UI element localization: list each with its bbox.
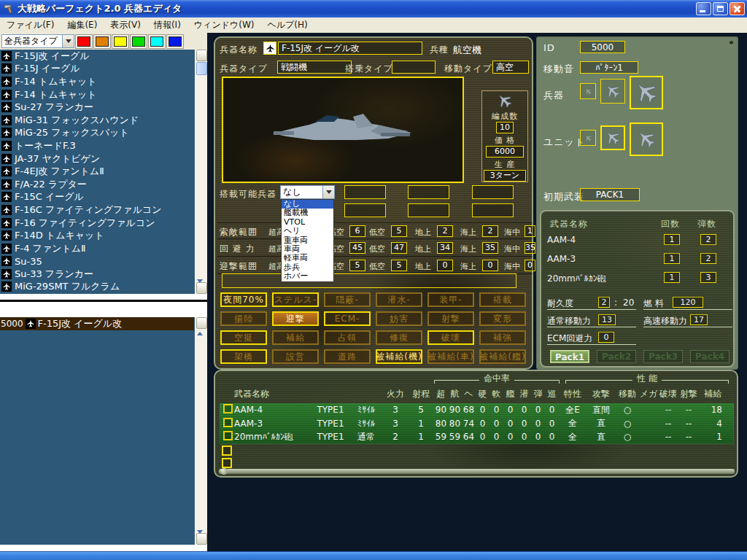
- normal-move-field[interactable]: 13: [598, 314, 616, 325]
- ammo-field[interactable]: 3: [700, 272, 716, 283]
- color-swatch-blue[interactable]: [166, 34, 184, 49]
- pack3-button[interactable]: Pack3: [643, 350, 683, 363]
- range-value-field[interactable]: 34: [437, 242, 453, 254]
- load-slot-6[interactable]: [472, 203, 514, 217]
- menu-item-help[interactable]: ヘルプ(H): [260, 18, 314, 33]
- ability-reinforce[interactable]: 補強: [479, 330, 526, 345]
- unit-list-item[interactable]: F-14 トムキャット: [0, 88, 194, 101]
- scroll-up-button[interactable]: [196, 50, 207, 61]
- dropdown-option[interactable]: 歩兵: [282, 263, 333, 272]
- range-value-field[interactable]: 35: [482, 242, 498, 254]
- ammo-field[interactable]: 2: [700, 253, 716, 264]
- dropdown-option[interactable]: ヘリ: [282, 227, 333, 236]
- close-button[interactable]: [729, 2, 745, 15]
- weapon-table-row[interactable]: 20mmﾊﾞﾙｶﾝ砲 TYPE1 通常 2 1 595964000000 全 直…: [220, 430, 734, 444]
- range-value-field[interactable]: 5: [349, 260, 365, 271]
- unit-icon-large[interactable]: [630, 122, 663, 156]
- unit-list-item[interactable]: F-4EJ改 ファントムⅡ: [0, 165, 194, 178]
- color-swatch-red[interactable]: [75, 34, 93, 49]
- unit-list-item[interactable]: F-16 ファイティングファルコン: [0, 217, 194, 230]
- unit-list-item[interactable]: F/A-22 ラプター: [0, 178, 194, 191]
- ability-armor[interactable]: 装甲-: [427, 292, 474, 307]
- menu-item-view[interactable]: 表示(V): [104, 18, 147, 33]
- scroll-down-button[interactable]: [196, 282, 207, 294]
- ability-repair[interactable]: 修復: [376, 330, 422, 345]
- unit-list-item[interactable]: Su-27 フランカー: [0, 101, 194, 114]
- dropdown-option[interactable]: なし: [282, 200, 333, 209]
- unit-list-item[interactable]: Su-35: [0, 255, 194, 268]
- menu-item-edit[interactable]: 編集(E): [61, 18, 104, 33]
- weapon-table-row[interactable]: AAM-4 TYPE1 ﾐｻｲﾙ 3 5 909068000000 全E 直間 …: [220, 403, 734, 417]
- unit-list-item[interactable]: MiG-29SMT フルクラム: [0, 281, 194, 294]
- color-swatch-yellow[interactable]: [112, 34, 129, 49]
- load-slot-1[interactable]: [344, 185, 386, 199]
- unit-icon-small[interactable]: [580, 130, 596, 146]
- notes-field[interactable]: [222, 273, 516, 288]
- ability-intercept[interactable]: 迎撃: [272, 311, 319, 326]
- unit-list-item[interactable]: Su-33 フランカー: [0, 268, 194, 281]
- id-field[interactable]: 5000: [580, 41, 625, 53]
- load-slot-5[interactable]: [408, 203, 449, 217]
- unit-list-item[interactable]: F-15J イーグル: [0, 63, 194, 76]
- price-field[interactable]: 6000: [486, 146, 524, 158]
- row-checkbox[interactable]: [223, 418, 233, 427]
- ability-submerge[interactable]: 潜水-: [376, 292, 422, 307]
- ability-occupy[interactable]: 占領: [324, 330, 371, 345]
- range-value-field[interactable]: 5: [391, 225, 407, 237]
- pack1-button[interactable]: Pack1: [550, 350, 589, 363]
- ability-shoot[interactable]: 射撃: [427, 311, 474, 326]
- dropdown-option[interactable]: 艦載機: [282, 209, 333, 217]
- unit-list-item[interactable]: F-14D トムキャット: [0, 229, 194, 242]
- ability-resupply-air[interactable]: 被補給(機): [376, 349, 422, 364]
- scroll-down-button[interactable]: [196, 533, 207, 545]
- ability-ecm[interactable]: ECM-: [324, 311, 371, 326]
- ability-bridge[interactable]: 架橋: [220, 349, 267, 364]
- range-value-field[interactable]: 35: [525, 242, 535, 254]
- weapon-icon-small[interactable]: [580, 83, 596, 99]
- ability-jam[interactable]: 妨害: [376, 311, 422, 326]
- initial-armament-field[interactable]: PACK1: [580, 188, 640, 201]
- minimize-button[interactable]: [696, 2, 711, 15]
- ability-carry[interactable]: 搭載: [479, 292, 526, 307]
- unit-list-item[interactable]: JA-37 ヤクトビゲン: [0, 152, 194, 166]
- dropdown-option[interactable]: VTOL: [282, 218, 333, 227]
- unit-list-item[interactable]: F-16C ファイティングファルコン: [0, 203, 194, 217]
- unit-list-item[interactable]: MiG-31 フォックスハウンド: [0, 114, 194, 127]
- move-sound-field[interactable]: ﾊﾟﾀｰﾝ1: [580, 61, 638, 74]
- range-value-field[interactable]: 0: [437, 260, 453, 271]
- unit-list-item[interactable]: トーネードF.3: [0, 139, 194, 152]
- ability-construct[interactable]: 設営: [272, 349, 319, 364]
- unit-icon-medium[interactable]: [600, 125, 625, 150]
- row-checkbox[interactable]: [223, 404, 233, 413]
- ability-destroy[interactable]: 破壊: [427, 330, 474, 345]
- dropdown-option[interactable]: 重車両: [282, 236, 333, 245]
- weapon-name-field[interactable]: F-15J改 イーグル改: [278, 42, 422, 55]
- color-swatch-green[interactable]: [130, 34, 147, 49]
- dropdown-option[interactable]: ホバー: [282, 272, 333, 281]
- move-type-field[interactable]: 高空: [492, 61, 529, 74]
- pack2-button[interactable]: Pack2: [597, 350, 636, 363]
- scrollbar-thumb[interactable]: [196, 62, 207, 75]
- restore-button[interactable]: [713, 2, 728, 15]
- ability-resupply-ship[interactable]: 被補給(艦): [479, 349, 526, 364]
- weapon-table-row[interactable]: AAM-3 TYPE1 ﾐｻｲﾙ 3 1 808074000000 全 直 ○ …: [220, 417, 734, 431]
- unit-list-item[interactable]: F-15C イーグル: [0, 191, 194, 204]
- ability-road[interactable]: 道路: [324, 349, 371, 364]
- uses-field[interactable]: 1: [664, 253, 680, 264]
- fuel-field[interactable]: 120: [673, 297, 703, 308]
- ability-transform[interactable]: 変形: [479, 311, 526, 326]
- uses-field[interactable]: 1: [664, 272, 680, 283]
- production-field[interactable]: 3ターン: [484, 170, 526, 182]
- empty-row-checkbox[interactable]: [222, 446, 232, 456]
- empty-row-checkbox[interactable]: [222, 458, 232, 468]
- range-value-field[interactable]: 2: [437, 225, 453, 237]
- ammo-field[interactable]: 2: [700, 234, 716, 245]
- loadable-select[interactable]: なし: [280, 185, 335, 199]
- formation-field[interactable]: 10: [496, 122, 514, 133]
- unit-type-filter-select[interactable]: 全兵器タイプ: [1, 34, 74, 48]
- pack4-button[interactable]: Pack4: [690, 350, 729, 363]
- unit-list-scrollbar[interactable]: [195, 50, 207, 294]
- range-value-field[interactable]: 2: [482, 225, 498, 237]
- weapon-icon-medium[interactable]: [600, 79, 625, 104]
- ability-landing[interactable]: 揚陸: [220, 311, 267, 326]
